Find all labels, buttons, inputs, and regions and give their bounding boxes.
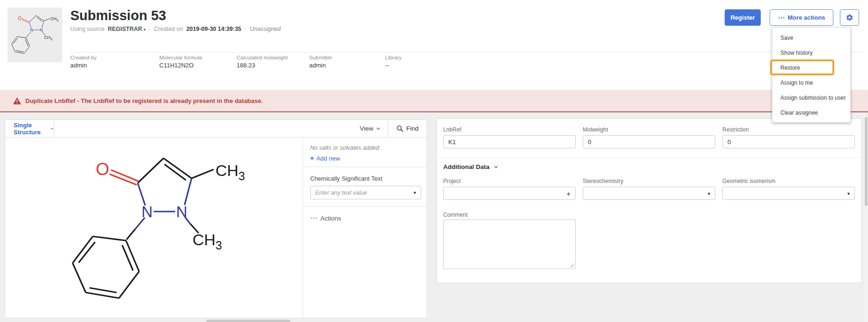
more-actions-menu: Save Show history Restore Assign to me A…: [772, 27, 851, 123]
menu-item-save[interactable]: Save: [772, 30, 850, 45]
register-button[interactable]: Register: [725, 9, 761, 26]
meta-molecular-formula: Molecular formula C11H12N2O: [159, 55, 202, 69]
page-title: Submission 53: [70, 8, 166, 23]
structure-canvas[interactable]: [5, 138, 303, 318]
more-actions-button[interactable]: ⋯ More actions: [770, 9, 833, 26]
comment-label: Comment: [443, 212, 467, 218]
restriction-label: Restriction: [722, 126, 855, 133]
geometric-isomerism-select[interactable]: ▾: [722, 187, 855, 200]
ellipsis-icon: ⋯: [310, 214, 317, 222]
caret-down-icon: ▾: [847, 191, 850, 196]
menu-item-assign-to-me[interactable]: Assign to me: [772, 75, 850, 90]
additional-data-expander[interactable]: Additional Data: [443, 163, 498, 170]
chevron-down-icon: [376, 127, 380, 130]
molecule-thumbnail-image: [10, 11, 60, 59]
comment-field-wrap: [443, 220, 576, 269]
molweight-input[interactable]: [583, 135, 715, 148]
restriction-input[interactable]: [722, 135, 855, 148]
molecule-thumbnail: [7, 7, 62, 62]
search-icon: [396, 125, 403, 132]
dot-separator: ·: [245, 26, 246, 32]
view-menu-button[interactable]: View: [354, 120, 386, 137]
structure-panel: Single Structure View Find No salts or s…: [5, 119, 427, 318]
stereochemistry-label: Stereochemistry: [583, 178, 715, 184]
section-divider: [303, 206, 427, 207]
settings-button[interactable]: [840, 9, 859, 26]
cst-input[interactable]: Enter any text value ▾: [310, 186, 421, 199]
project-picker[interactable]: +: [443, 187, 576, 200]
submission-subline: Using source REGISTRAR▾ · Created on 201…: [70, 26, 281, 32]
ellipsis-icon: ⋯: [778, 14, 785, 22]
using-source-label: Using source: [70, 26, 104, 32]
gear-icon: [846, 14, 853, 22]
menu-item-clear-assignee[interactable]: Clear assignee: [772, 105, 850, 120]
cst-placeholder: Enter any text value: [315, 190, 414, 196]
meta-submitter: Submitter admin: [309, 55, 332, 69]
warning-text: Duplicate LnbRef - The LnbRef to be regi…: [25, 97, 263, 104]
geometric-isomerism-field-group: Geometric isomerism ▾: [722, 178, 855, 200]
cst-label: Chemically Significant Text: [310, 175, 382, 182]
project-field-group: Project +: [443, 178, 576, 200]
chevron-down-icon: [51, 127, 54, 130]
salts-and-cst-panel: No salts or solvates added. + Add new Ch…: [303, 138, 427, 318]
molecule-structure-drawing: [38, 141, 263, 309]
meta-calculated-molweight: Calculated molweight 188.23: [237, 55, 288, 69]
dot-separator: ·: [149, 26, 151, 32]
created-on-value: 2019-09-30 14:39:35: [186, 26, 241, 32]
vertical-scrollbar-thumb[interactable]: [865, 117, 868, 206]
menu-item-show-history[interactable]: Show history: [772, 45, 850, 60]
plus-icon: +: [310, 154, 314, 162]
stereochemistry-field-group: Stereochemistry ▾: [583, 178, 715, 200]
stereochemistry-select[interactable]: ▾: [583, 187, 715, 200]
header: Submission 53 Using source REGISTRAR▾ · …: [0, 0, 868, 90]
menu-item-assign-submission-to-user[interactable]: Assign submission to user: [772, 90, 850, 105]
project-label: Project: [443, 178, 576, 184]
meta-library: Library --: [385, 55, 401, 69]
geometric-isomerism-label: Geometric isomerism: [722, 178, 855, 184]
lnbref-label: LnbRef: [443, 126, 576, 133]
section-divider: [303, 167, 427, 167]
section-divider: [437, 157, 861, 158]
caret-down-icon: ▾: [708, 191, 710, 196]
add-new-link[interactable]: + Add new: [310, 154, 340, 162]
additional-fields-row: Project + Stereochemistry ▾ Geometric is…: [443, 178, 855, 200]
caret-down-icon: ▾: [414, 190, 416, 195]
horizontal-scrollbar-thumb[interactable]: [206, 320, 290, 322]
header-divider: [70, 52, 863, 52]
comment-textarea[interactable]: [443, 220, 576, 269]
find-button[interactable]: Find: [388, 120, 427, 137]
molweight-label: Molweight: [583, 126, 715, 133]
structure-panel-toolbar: Single Structure View Find: [5, 120, 427, 138]
structure-mode-selector[interactable]: Single Structure: [5, 120, 54, 137]
details-panel: LnbRef Molweight Restriction Additional …: [437, 118, 862, 283]
duplicate-warning-banner: Duplicate LnbRef - The LnbRef to be regi…: [0, 90, 868, 112]
lnbref-field-group: LnbRef: [443, 126, 576, 148]
source-dropdown[interactable]: REGISTRAR▾: [108, 26, 146, 32]
created-on-label: Created on: [154, 26, 183, 32]
caret-down-icon: ▾: [144, 28, 146, 32]
restriction-field-group: Restriction: [722, 126, 855, 148]
plus-icon: +: [566, 190, 571, 198]
warning-icon: [13, 97, 21, 104]
molweight-field-group: Molweight: [583, 126, 715, 148]
no-salts-text: No salts or solvates added.: [310, 145, 381, 151]
assignee-status: Unassigned: [250, 26, 281, 32]
meta-created-by: Created by admin: [70, 55, 96, 69]
actions-expander[interactable]: ⋯ Actions: [310, 214, 341, 222]
lnbref-input[interactable]: [443, 135, 576, 148]
menu-item-restore[interactable]: Restore: [772, 60, 850, 75]
details-fields-row: LnbRef Molweight Restriction: [443, 126, 855, 148]
chevron-down-icon: [494, 166, 498, 168]
